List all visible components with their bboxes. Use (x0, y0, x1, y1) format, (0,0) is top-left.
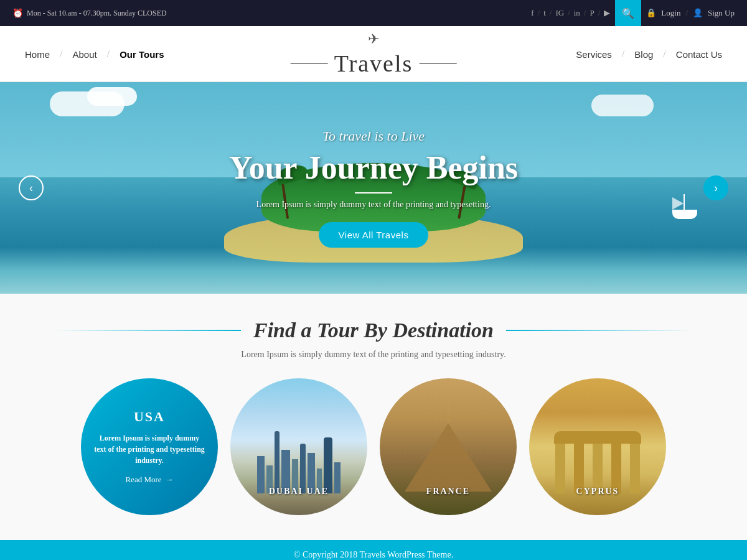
hero-subtitle: To travel is to Live (229, 128, 518, 144)
nav-left: Home / About / Our Tours (25, 49, 164, 60)
auth-links: 🔒 Login / 👤 Sign Up (646, 8, 735, 18)
business-hours: Mon - Sat 10.am - 07.30pm. Sunday CLOSED (27, 9, 167, 18)
hero-next-button[interactable]: › (703, 175, 728, 200)
hero-section: ‹ To travel is to Live Your Journey Begi… (0, 82, 747, 294)
hours-section: ⏰ Mon - Sat 10.am - 07.30pm. Sunday CLOS… (12, 8, 167, 19)
youtube-icon[interactable]: ▶ (604, 8, 610, 18)
heading-line-left (54, 330, 241, 331)
instagram-icon[interactable]: IG (555, 8, 564, 18)
nav-logo: ✈ Travels (291, 31, 457, 77)
search-button[interactable]: 🔍 (615, 0, 641, 26)
destination-cards: USA Lorem Ipsum is simply dummy text of … (37, 378, 710, 515)
logo-title: Travels (334, 50, 413, 77)
hero-divider (355, 192, 392, 194)
nav-about[interactable]: About (72, 49, 96, 60)
hero-description: Lorem Ipsum is simply dummy text of the … (229, 200, 518, 210)
facebook-icon[interactable]: f (531, 8, 533, 18)
hero-cta-button[interactable]: View All Travels (319, 222, 429, 248)
chevron-left-icon: ‹ (29, 182, 33, 195)
read-more-text: Read More (125, 475, 161, 485)
destinations-description: Lorem Ipsum is simply dummy text of the … (37, 350, 710, 360)
signup-link[interactable]: Sign Up (708, 8, 735, 18)
usa-read-more[interactable]: Read More → (125, 475, 173, 485)
destination-france[interactable]: FRANCE (380, 378, 517, 515)
heading-line-right (506, 330, 693, 331)
clock-icon: ⏰ (12, 8, 23, 19)
destinations-title: Find a Tour By Destination (253, 319, 494, 342)
destinations-section: Find a Tour By Destination Lorem Ipsum i… (0, 294, 747, 540)
nav-bar: Home / About / Our Tours ✈ Travels Servi… (0, 26, 747, 82)
cyprus-label: CYPRUS (576, 487, 619, 497)
top-bar-right: f / t / IG / in / P / ▶ 🔍 🔒 Login / 👤 Si… (531, 0, 735, 26)
user-icon: 👤 (693, 8, 703, 18)
pinterest-icon[interactable]: P (590, 8, 594, 18)
destination-usa[interactable]: USA Lorem Ipsum is simply dummy text of … (81, 378, 218, 515)
destination-dubai[interactable]: DUBAI UAE (230, 378, 367, 515)
lock-icon: 🔒 (646, 8, 656, 18)
destination-cyprus[interactable]: CYPRUS (529, 378, 666, 515)
social-links: f / t / IG / in / P / ▶ (531, 8, 610, 18)
logo-lines: Travels (291, 50, 457, 77)
login-link[interactable]: Login (661, 8, 680, 18)
usa-description: Lorem Ipsum is simply dummy text of the … (93, 432, 205, 466)
linkedin-icon[interactable]: in (574, 8, 580, 18)
nav-services[interactable]: Services (576, 49, 612, 60)
logo-plane-icon: ✈ (368, 31, 379, 47)
footer: © Copyright 2018 Travels WordPress Theme… (0, 540, 747, 560)
nav-our-tours[interactable]: Our Tours (120, 49, 164, 60)
footer-copyright: © Copyright 2018 Travels WordPress Theme… (294, 550, 453, 559)
hero-title: Your Journey Begins (229, 149, 518, 186)
nav-home[interactable]: Home (25, 49, 50, 60)
hero-prev-button[interactable]: ‹ (19, 175, 44, 200)
usa-title: USA (134, 409, 165, 425)
nav-blog[interactable]: Blog (634, 49, 653, 60)
chevron-right-icon: › (714, 182, 718, 195)
france-label: FRANCE (426, 487, 470, 497)
nav-contact[interactable]: Contact Us (676, 49, 722, 60)
hero-content: To travel is to Live Your Journey Begins… (229, 128, 518, 248)
dubai-label: DUBAI UAE (269, 487, 329, 497)
destinations-heading-wrap: Find a Tour By Destination (37, 319, 710, 342)
top-bar: ⏰ Mon - Sat 10.am - 07.30pm. Sunday CLOS… (0, 0, 747, 26)
arrow-icon: → (166, 475, 174, 485)
twitter-icon[interactable]: t (543, 8, 546, 18)
nav-right: Services / Blog / Contact Us (576, 49, 722, 60)
